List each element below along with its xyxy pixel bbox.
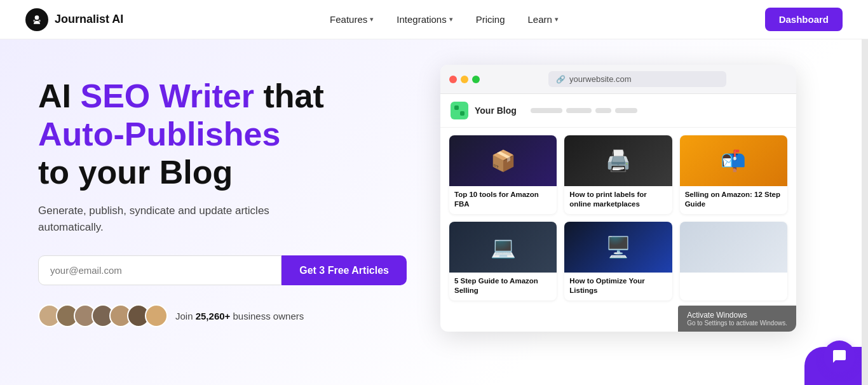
article-title: Top 10 tools for Amazon FBA — [454, 190, 552, 209]
logo-icon — [25, 8, 48, 31]
integrations-label: Integrations — [397, 14, 446, 25]
blog-logo — [451, 102, 468, 119]
article-image: 📬 — [680, 135, 787, 186]
article-title: How to Optimize Your Listings — [569, 276, 667, 295]
dashboard-button[interactable]: Dashboard — [765, 8, 843, 31]
blog-name: Your Blog — [475, 105, 517, 116]
cta-button[interactable]: Get 3 Free Articles — [281, 255, 407, 285]
hero-left: AI SEO Writer that Auto-Publishes to you… — [38, 71, 407, 327]
traffic-light-green — [472, 76, 480, 83]
article-card[interactable]: 💻 5 Step Guide to Amazon Selling — [449, 222, 557, 301]
features-chevron-icon: ▾ — [370, 15, 374, 24]
navbar: Journalist AI Features ▾ Integrations ▾ … — [0, 0, 868, 39]
social-text-post: business owners — [230, 311, 304, 321]
traffic-light-yellow — [461, 76, 468, 83]
hero-form: Get 3 Free Articles — [38, 255, 407, 285]
chat-icon — [832, 349, 847, 364]
chat-button[interactable] — [824, 341, 855, 372]
blog-nav-line — [595, 108, 611, 113]
title-auto-publishes: Auto-Publishes — [38, 116, 280, 152]
article-image: 💻 — [449, 222, 557, 273]
pricing-label: Pricing — [476, 14, 505, 25]
article-text: Selling on Amazon: 12 Step Guide — [680, 186, 787, 214]
article-card[interactable]: 🖥️ How to Optimize Your Listings — [564, 222, 672, 301]
svg-point-2 — [39, 20, 41, 22]
title-that: that — [254, 78, 324, 114]
integrations-nav-link[interactable]: Integrations ▾ — [388, 9, 461, 30]
title-to-your-blog: to your Blog — [38, 154, 233, 191]
journalist-ai-icon — [31, 13, 43, 26]
logo[interactable]: Journalist AI — [25, 8, 123, 31]
blog-nav-line — [615, 108, 637, 113]
article-card — [680, 222, 787, 301]
blog-nav-line — [531, 108, 562, 113]
url-bar[interactable]: 🔗 yourwebsite.com — [548, 71, 726, 87]
avatar-group — [38, 304, 168, 327]
blog-nav-lines — [531, 108, 637, 113]
traffic-lights — [449, 76, 480, 83]
hero-subtitle: Generate, publish, syndicate and update … — [38, 203, 305, 235]
email-input[interactable] — [38, 255, 281, 285]
title-seo-writer: SEO Writer — [80, 78, 254, 114]
article-text — [680, 273, 787, 281]
article-title: 5 Step Guide to Amazon Selling — [454, 276, 552, 295]
link-icon: 🔗 — [556, 75, 566, 84]
traffic-light-red — [449, 76, 457, 83]
article-title: How to print labels for online marketpla… — [569, 190, 667, 209]
article-text: How to Optimize Your Listings — [564, 273, 672, 301]
activate-title: Activate Windows — [687, 311, 787, 320]
hero-right: 🔗 yourwebsite.com Your Blog — [407, 71, 830, 338]
article-image: 🖥️ — [564, 222, 672, 273]
activate-windows-overlay: Activate Windows Go to Settings to activ… — [678, 306, 796, 332]
activate-subtitle: Go to Settings to activate Windows. — [687, 320, 787, 327]
article-image — [680, 222, 787, 273]
social-count: 25,260+ — [196, 311, 231, 321]
social-text-pre: Join — [175, 311, 196, 321]
article-text: How to print labels for online marketpla… — [564, 186, 672, 214]
blog-nav-line — [566, 108, 592, 113]
hero-section: AI SEO Writer that Auto-Publishes to you… — [0, 39, 868, 385]
article-card[interactable]: 📬 Selling on Amazon: 12 Step Guide — [680, 135, 787, 214]
features-nav-link[interactable]: Features ▾ — [321, 9, 383, 30]
article-text: Top 10 tools for Amazon FBA — [449, 186, 557, 214]
browser-mockup: 🔗 yourwebsite.com Your Blog — [440, 65, 796, 332]
browser-bar: 🔗 yourwebsite.com — [440, 65, 796, 94]
svg-point-1 — [33, 20, 35, 22]
article-card[interactable]: 🖨️ How to print labels for online market… — [564, 135, 672, 214]
nav-links: Features ▾ Integrations ▾ Pricing Learn … — [321, 9, 567, 30]
features-label: Features — [330, 14, 367, 25]
learn-label: Learn — [528, 14, 552, 25]
svg-point-0 — [35, 15, 39, 20]
article-card[interactable]: 📦 Top 10 tools for Amazon FBA — [449, 135, 557, 214]
logo-text: Journalist AI — [55, 13, 123, 26]
social-proof: Join 25,260+ business owners — [38, 304, 407, 327]
url-text: yourwebsite.com — [569, 74, 632, 84]
article-image: 📦 — [449, 135, 557, 186]
scrollbar[interactable] — [862, 0, 868, 385]
learn-nav-link[interactable]: Learn ▾ — [519, 9, 567, 30]
hero-title: AI SEO Writer that Auto-Publishes to you… — [38, 78, 407, 191]
blog-header: Your Blog — [440, 94, 796, 128]
social-text: Join 25,260+ business owners — [175, 311, 304, 321]
pricing-nav-link[interactable]: Pricing — [467, 9, 514, 30]
article-text: 5 Step Guide to Amazon Selling — [449, 273, 557, 301]
article-title: Selling on Amazon: 12 Step Guide — [685, 190, 782, 209]
avatar — [145, 304, 168, 327]
title-ai: AI — [38, 78, 80, 114]
integrations-chevron-icon: ▾ — [449, 15, 453, 24]
articles-grid: 📦 Top 10 tools for Amazon FBA 🖨️ How to … — [440, 128, 796, 308]
learn-chevron-icon: ▾ — [555, 15, 559, 24]
article-image: 🖨️ — [564, 135, 672, 186]
